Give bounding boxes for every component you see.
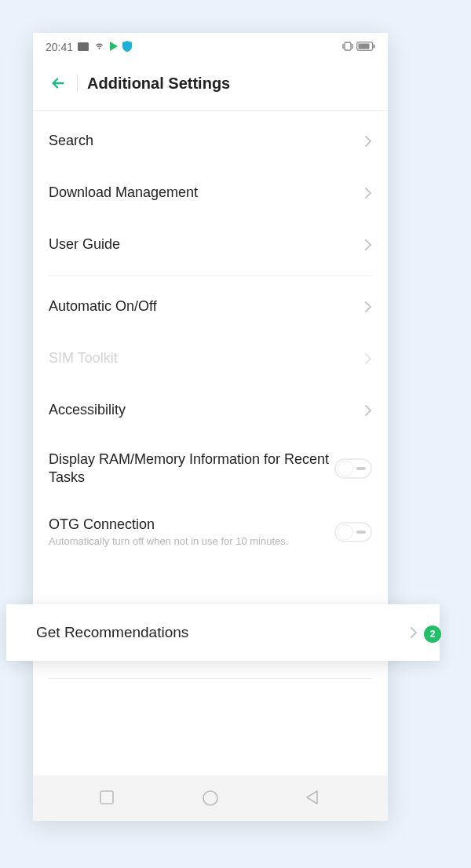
row-automatic-on-off[interactable]: Automatic On/Off: [33, 281, 388, 333]
play-icon: [110, 41, 118, 53]
chevron-right-icon: [364, 404, 372, 417]
settings-screen: 20:41 Addit: [33, 33, 388, 821]
nav-back-icon[interactable]: [305, 790, 322, 807]
row-label: Automatic On/Off: [49, 297, 364, 315]
chevron-right-icon: [364, 135, 372, 148]
row-label: User Guide: [49, 235, 364, 253]
chevron-right-icon: [364, 352, 372, 365]
step-badge: 2: [424, 625, 441, 643]
toggle-otg[interactable]: [334, 522, 372, 542]
wifi-icon: [93, 41, 105, 53]
row-otg-connection[interactable]: OTG Connection Automatically turn off wh…: [33, 501, 388, 563]
svg-rect-4: [374, 45, 375, 49]
status-right: [342, 41, 375, 53]
nav-recents-icon[interactable]: [99, 790, 116, 807]
chevron-right-icon: [364, 239, 372, 251]
row-sim-toolkit: SIM Toolkit: [33, 333, 388, 385]
header-divider: [77, 75, 78, 92]
row-search[interactable]: Search: [33, 115, 388, 167]
shield-icon: [122, 41, 132, 54]
vibrate-icon: [342, 41, 353, 53]
row-label: OTG Connection: [49, 516, 334, 534]
settings-list: Search Download Management User Guide Au…: [33, 111, 388, 775]
row-label: Download Management: [49, 184, 364, 202]
row-label: Display RAM/Memory Information for Recen…: [49, 450, 334, 487]
svg-rect-1: [345, 42, 351, 50]
status-bar: 20:41: [33, 33, 388, 61]
back-button[interactable]: [44, 69, 72, 97]
row-accessibility[interactable]: Accessibility: [33, 385, 388, 436]
header: Additional Settings: [33, 61, 388, 110]
nav-home-icon[interactable]: [202, 790, 219, 807]
status-left: 20:41: [46, 41, 132, 54]
row-get-recommendations[interactable]: Get Recommendations: [6, 604, 440, 661]
row-sublabel: Automatically turn off when not in use f…: [49, 535, 292, 549]
status-time: 20:41: [46, 41, 73, 53]
dnd-icon: [78, 41, 89, 53]
row-label: Accessibility: [49, 401, 364, 419]
svg-rect-3: [359, 44, 370, 49]
svg-rect-5: [100, 791, 113, 804]
nav-bar: [33, 775, 388, 821]
toggle-display-ram[interactable]: [334, 458, 372, 479]
chevron-right-icon: [364, 187, 372, 199]
row-label: Search: [49, 132, 364, 150]
row-download-management[interactable]: Download Management: [33, 167, 388, 219]
chevron-right-icon: [410, 626, 418, 639]
row-label: SIM Toolkit: [49, 349, 364, 367]
svg-rect-0: [78, 42, 89, 51]
svg-point-6: [203, 791, 217, 805]
row-user-guide[interactable]: User Guide: [33, 219, 388, 271]
battery-icon: [356, 41, 375, 53]
row-label: Get Recommendations: [36, 623, 188, 643]
row-display-ram[interactable]: Display RAM/Memory Information for Recen…: [33, 436, 388, 501]
page-title: Additional Settings: [87, 75, 230, 93]
chevron-right-icon: [364, 301, 372, 313]
